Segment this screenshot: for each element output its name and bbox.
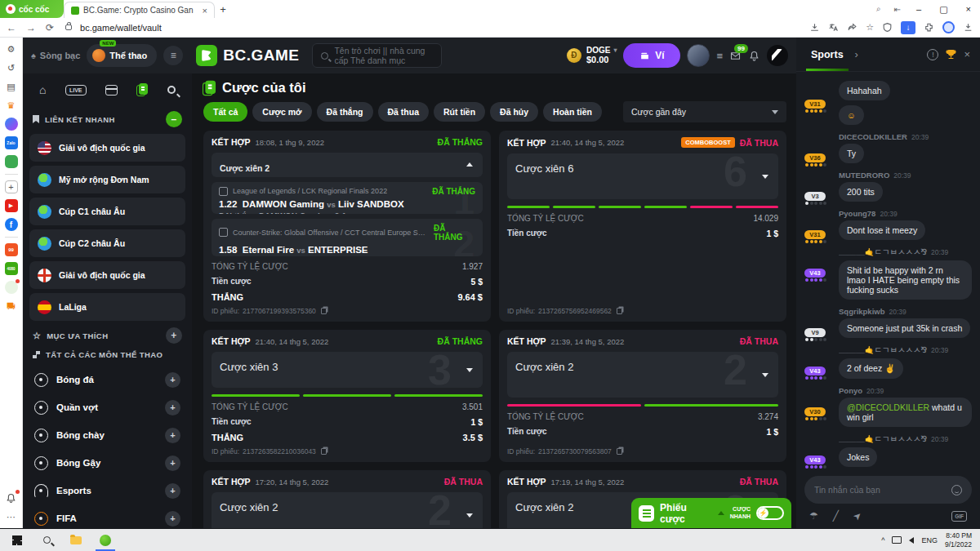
reopen-tab-icon[interactable]: ⇤ [888, 0, 907, 18]
file-explorer-button[interactable] [62, 529, 90, 551]
rain-icon[interactable]: ☂ [809, 510, 818, 522]
youtube-icon[interactable]: ▶ [5, 199, 18, 212]
crown-icon[interactable]: ♛ [5, 99, 18, 112]
sidebar-item-esports[interactable]: Esports+ [29, 477, 185, 504]
sports-toggle[interactable]: Thể thao NEW [87, 44, 157, 67]
tray-expand-icon[interactable]: ^ [881, 536, 884, 544]
new-tab-button[interactable]: + [215, 0, 231, 18]
sidebar-item-football[interactable]: Bóng đá+ [29, 366, 185, 393]
taskbar-search-button[interactable] [33, 529, 60, 551]
download-active-icon[interactable]: ↓ [901, 21, 915, 34]
chat-toggle-icon[interactable] [767, 45, 788, 66]
volume-icon[interactable] [909, 537, 914, 544]
chat-tab-sports[interactable]: Sports [806, 38, 849, 71]
username[interactable]: Ponyo [839, 386, 862, 395]
copy-icon[interactable] [321, 308, 327, 314]
add-shortcut-icon[interactable]: + [5, 180, 18, 193]
bookmark-star-icon[interactable]: ☆ [866, 22, 874, 33]
more-menu-icon[interactable]: ⋯ [5, 510, 18, 523]
window-minimize-button[interactable]: – [907, 4, 930, 14]
bet-name-row[interactable]: Cược xiên 6 6 [507, 153, 778, 199]
forward-button[interactable]: → [26, 22, 36, 33]
chat-rules-info-icon[interactable]: ! [927, 49, 938, 60]
copy-icon[interactable] [617, 308, 622, 314]
user-avatar[interactable] [687, 44, 710, 67]
chat-message-input[interactable] [814, 485, 945, 495]
game-search-box[interactable]: Tên trò chơi || nhà cung cấp Thẻ danh mụ… [312, 43, 442, 68]
back-button[interactable]: ← [7, 22, 16, 33]
shield-icon[interactable] [882, 22, 893, 33]
coccoc-taskbar-button[interactable] [91, 529, 119, 551]
mode-menu-button[interactable]: ≡ [163, 46, 183, 65]
browser-profile-avatar[interactable] [942, 21, 955, 33]
bet-name-row[interactable]: Cược xiên 2 2 [212, 492, 483, 528]
username[interactable]: ______🤙ㄷㄱㅂㅅㅅㅅ⅋ [839, 345, 927, 356]
quick-link-premier-league[interactable]: Giải vô địch quốc gia [29, 261, 185, 289]
language-indicator[interactable]: ENG [921, 536, 938, 544]
emoji-picker-icon[interactable] [951, 485, 962, 495]
bet-slip-widget[interactable]: Phiếu cược CƯỢCNHANH [631, 498, 791, 528]
chat-close-icon[interactable]: × [964, 48, 970, 60]
quick-link-us-open[interactable]: Mỹ mở rộng Đơn Nam [29, 166, 185, 193]
expand-plus-icon[interactable]: + [165, 428, 180, 443]
username[interactable]: ______🤙ㄷㄱㅂㅅㅅㅅ⅋ [839, 247, 927, 258]
expand-icon[interactable] [466, 368, 473, 372]
browser-tab[interactable]: BC.Game: Crypto Casino Gan × [64, 2, 215, 18]
filter-all[interactable]: Tất cả [203, 102, 247, 122]
coccoc-menu-button[interactable]: cốc cốc [0, 0, 64, 18]
expand-icon[interactable] [466, 513, 473, 518]
sidebar-search-icon[interactable] [167, 86, 176, 94]
clock[interactable]: 8:40 PM 9/1/2022 [945, 531, 972, 549]
games-icon[interactable] [5, 155, 18, 168]
sidebar-item-fifa[interactable]: FIFA+ [29, 504, 185, 528]
add-favorite-button[interactable]: + [166, 327, 182, 344]
filter-open[interactable]: Cược mở [252, 102, 311, 122]
newsfeed-icon[interactable]: ▤ [5, 80, 18, 93]
casino-toggle[interactable]: ♠ Sòng bạc [31, 51, 80, 60]
quick-link-nfl[interactable]: Giải vô địch quốc gia [29, 134, 185, 162]
sidebar-item-tennis[interactable]: Quần vợt+ [29, 393, 185, 421]
bet-name-row[interactable]: Cược xiên 2 [212, 153, 483, 177]
calendar-icon[interactable] [105, 85, 118, 96]
gif-icon[interactable]: GIF [951, 511, 967, 522]
quick-bet-toggle[interactable] [756, 506, 784, 520]
sidebar-item-cricket[interactable]: Bóng Gậy+ [29, 449, 185, 477]
history-icon[interactable]: ↺ [5, 61, 18, 74]
filter-cancelled[interactable]: Đã hủy [490, 102, 538, 122]
username[interactable]: Pyoung78 [839, 209, 875, 218]
draw-icon[interactable]: ╱ [833, 510, 839, 522]
bet-name-row[interactable]: Cược xiên 3 3 [212, 352, 483, 388]
rocket-icon[interactable]: ➤ [851, 509, 865, 522]
copy-icon[interactable] [321, 448, 327, 455]
trophy-icon[interactable] [945, 48, 957, 60]
balance-selector[interactable]: Ð DOGE▾ $0.00 [567, 46, 617, 65]
expand-plus-icon[interactable]: + [165, 455, 180, 471]
username[interactable]: MUTEDRORO [839, 171, 889, 180]
expand-icon[interactable] [762, 175, 768, 179]
bet-name-row[interactable]: Cược xiên 2 2 [507, 352, 778, 398]
facebook-icon[interactable]: f [5, 218, 18, 231]
expand-plus-icon[interactable]: + [165, 372, 180, 388]
sidebar-item-baseball[interactable]: Bóng chày+ [29, 421, 185, 449]
user-mention[interactable]: @DICECOLDKILLER [847, 402, 929, 412]
notifications-bell-icon[interactable] [748, 50, 760, 62]
network-icon[interactable] [892, 536, 902, 544]
tab-search-icon[interactable]: ⌕ [870, 0, 888, 18]
sports-extension-icon[interactable] [5, 281, 18, 294]
username[interactable]: ______🤙ㄷㄱㅂㅅㅅㅅ⅋ [839, 434, 927, 445]
sort-dropdown[interactable]: Cược gần đây [623, 101, 786, 122]
lock-icon[interactable] [65, 24, 72, 30]
window-close-button[interactable]: × [957, 4, 980, 14]
messenger-icon[interactable] [5, 118, 18, 131]
username[interactable]: Sqgrikpkiwb [839, 307, 884, 316]
my-bets-icon[interactable] [136, 83, 148, 96]
user-menu-icon[interactable]: ≡ [716, 50, 723, 62]
cart-icon[interactable]: ⛟ [5, 300, 18, 313]
filter-cashout[interactable]: Rút tiền [434, 102, 485, 122]
filter-won[interactable]: Đã thắng [317, 102, 373, 122]
collapse-quick-links-button[interactable]: – [166, 111, 182, 127]
expand-icon[interactable] [762, 373, 768, 377]
downloads-tray-icon[interactable] [963, 22, 973, 33]
settings-gear-icon[interactable]: ⚙ [5, 42, 18, 56]
translate-icon[interactable] [828, 22, 839, 33]
